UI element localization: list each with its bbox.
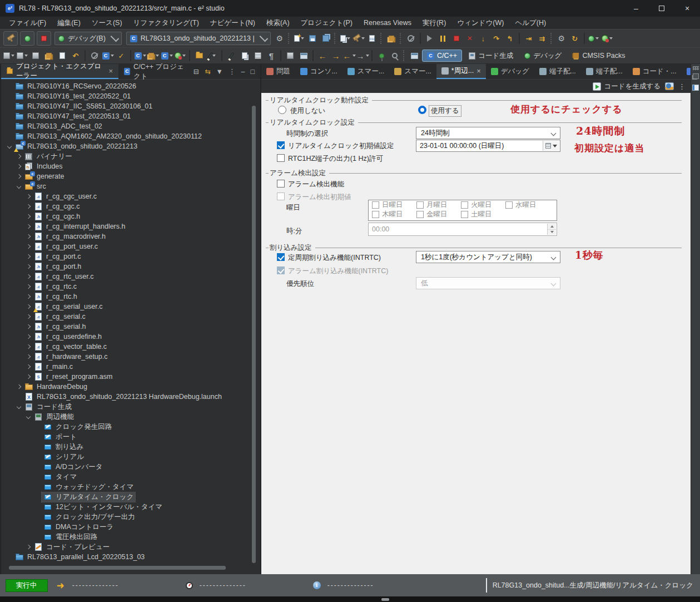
reset-icon[interactable]: ↶	[69, 50, 82, 62]
back-gold-icon[interactable]: ←	[316, 50, 329, 62]
periodic-interrupt-checkbox[interactable]	[277, 253, 285, 261]
editor-tab-problems-0[interactable]: 問題	[261, 64, 295, 79]
tree-item[interactable]: RL78G10Y16_RCServo_20220526	[1, 81, 251, 91]
menu-item-6[interactable]: プロジェクト(P)	[295, 17, 358, 29]
tree-chevron-icon[interactable]	[15, 405, 23, 408]
launch-config-combo[interactable]: CRL78G13_ondo_shitudo_20221213 |	[126, 32, 271, 45]
tree-item[interactable]: 電圧検出回路	[1, 532, 251, 542]
tree-item[interactable]: ウォッチドッグ・タイマ	[1, 482, 251, 492]
time-format-select[interactable]: 24時間制	[416, 127, 560, 139]
editor-tab-smart-browser-2[interactable]: スマー...	[342, 64, 390, 79]
close-icon[interactable]: ×	[476, 67, 481, 75]
menu-item-9[interactable]: ウィンドウ(W)	[451, 17, 509, 29]
tree-chevron-icon[interactable]	[24, 205, 32, 208]
tree-chevron-icon[interactable]	[24, 345, 32, 348]
weekday-checkbox[interactable]	[416, 201, 424, 209]
tree-chevron-icon[interactable]	[24, 365, 32, 368]
tree-item[interactable]: ポート	[1, 432, 251, 442]
tree-chevron-icon[interactable]	[24, 545, 32, 549]
tree-item[interactable]: HardwareDebug	[1, 382, 251, 392]
tree-chevron-icon[interactable]	[24, 335, 32, 338]
time-spinner[interactable]	[547, 224, 556, 235]
new-cpp-wizard-icon[interactable]	[385, 32, 398, 45]
tree-item[interactable]: .cr_cg_cgc.c	[1, 201, 251, 211]
tree-item[interactable]: RL78G13_ADC_test_02	[1, 121, 251, 131]
tree-chevron-icon[interactable]	[15, 175, 23, 178]
new-header-file-icon[interactable]	[147, 50, 160, 62]
menu-item-7[interactable]: Renesas Views	[358, 18, 417, 28]
tree-item[interactable]: タイマ	[1, 472, 251, 482]
radio-not-used-label[interactable]: 使用しない	[290, 106, 325, 116]
explorer-tab-0[interactable]: プロジェクト・エクスプローラー×	[1, 64, 118, 79]
tree-chevron-icon[interactable]	[15, 385, 23, 388]
tree-item[interactable]: コード・プレビュー	[1, 542, 251, 552]
tree-item[interactable]: クロック出力/ブザー出力	[1, 512, 251, 522]
editor-tab-console-1[interactable]: コンソ...	[295, 64, 342, 79]
tree-item[interactable]: 12ビット・インターバル・タイマ	[1, 502, 251, 512]
launch-mode-combo[interactable]: デバッグ(B)	[54, 32, 122, 45]
weekday-checkbox[interactable]	[416, 211, 424, 218]
launch-settings-gear-icon[interactable]: ⚙	[274, 32, 286, 45]
tree-item[interactable]: .cr_cg_cgc_user.c	[1, 191, 251, 201]
perspective-cpp[interactable]: CC/C++	[422, 50, 462, 62]
toggle-breakpoint-icon[interactable]	[3, 50, 15, 62]
tree-chevron-icon[interactable]	[24, 225, 32, 228]
trace-icon[interactable]	[43, 50, 55, 62]
tree-item[interactable]: .cr_cg_port_user.c	[1, 241, 251, 251]
rtc1hz-checkbox[interactable]	[277, 154, 285, 162]
tree-item[interactable]: RL78G10Y47_test_20220513_01	[1, 111, 251, 121]
save-template-icon[interactable]	[284, 50, 296, 62]
step-into-icon[interactable]: ↓	[477, 32, 489, 45]
rtc-initial-label[interactable]: リアルタイムクロック初期値設定	[288, 141, 394, 151]
view-menu-icon[interactable]: ⋮	[229, 67, 236, 76]
menu-item-3[interactable]: リファクタリング(T)	[128, 17, 205, 29]
weekday-checkbox[interactable]	[461, 211, 468, 218]
format-icon[interactable]	[225, 50, 237, 62]
weekday-checkbox[interactable]	[372, 211, 379, 218]
io-registers-icon[interactable]	[56, 50, 68, 62]
run-as-icon[interactable]	[601, 32, 613, 45]
debug-as-icon[interactable]	[588, 32, 600, 45]
fast-view-grip-icon[interactable]	[693, 66, 699, 70]
copy-doc-icon[interactable]	[239, 50, 251, 62]
close-icon[interactable]: ×	[108, 67, 113, 75]
outline-icon[interactable]	[252, 50, 264, 62]
new-source-file-icon[interactable]: C	[134, 50, 146, 62]
show-whitespace-icon[interactable]: ¶	[265, 50, 277, 62]
tree-chevron-icon[interactable]	[24, 255, 32, 258]
new-wizard-icon[interactable]	[293, 32, 305, 45]
tree-chevron-icon[interactable]	[24, 215, 32, 218]
maximize-button[interactable]	[649, 0, 674, 17]
tree-item[interactable]: RL78G10Y16_test_20220522_01	[1, 91, 251, 101]
menu-item-4[interactable]: ナビゲート(N)	[205, 17, 261, 29]
build-all-icon[interactable]	[353, 32, 365, 45]
editor-tab-pin-config-7[interactable]: 端子配...	[581, 64, 628, 79]
tree-item[interactable]: .hr_cg_port.h	[1, 261, 251, 272]
menu-item-1[interactable]: 編集(E)	[52, 17, 86, 29]
step-over-icon[interactable]: ↷	[490, 32, 503, 45]
tree-chevron-icon[interactable]	[24, 295, 32, 298]
search-icon[interactable]	[389, 50, 401, 62]
report-icon[interactable]	[665, 82, 674, 90]
save-icon[interactable]	[306, 32, 319, 45]
tree-item[interactable]: .hr_cg_rtc.h	[1, 292, 251, 302]
tree-chevron-icon[interactable]	[24, 245, 32, 248]
new-class-icon[interactable]: C	[102, 50, 114, 62]
tree-chevron-icon[interactable]	[24, 315, 32, 318]
link-with-editor-icon[interactable]: ⇆	[205, 67, 210, 76]
last-edit-icon[interactable]	[375, 50, 388, 62]
periodic-interrupt-label[interactable]: 定周期割り込み機能(INTRTC)	[288, 253, 381, 263]
step-return-icon[interactable]: ↰	[504, 32, 516, 45]
alarm-enable-label[interactable]: アラーム検出機能	[288, 180, 344, 189]
tree-item[interactable]: コード生成	[1, 402, 251, 412]
tree-item[interactable]: DMAコントローラ	[1, 522, 251, 532]
tree-item[interactable]: cRL78G13_ondo_shitudo_20221213	[1, 141, 251, 151]
debug-launch-button[interactable]	[20, 31, 34, 46]
tree-item[interactable]: hIncludes	[1, 161, 251, 171]
tree-item[interactable]: .cr_cg_serial_user.c	[1, 302, 251, 312]
menu-item-5[interactable]: 検索(A)	[261, 17, 295, 29]
tree-item[interactable]: シリアル	[1, 452, 251, 462]
tree-chevron-icon[interactable]	[24, 325, 32, 328]
tree-item[interactable]: 割り込み	[1, 442, 251, 452]
perspective-cmsis-packs[interactable]: CMSIS Packs	[568, 50, 629, 61]
